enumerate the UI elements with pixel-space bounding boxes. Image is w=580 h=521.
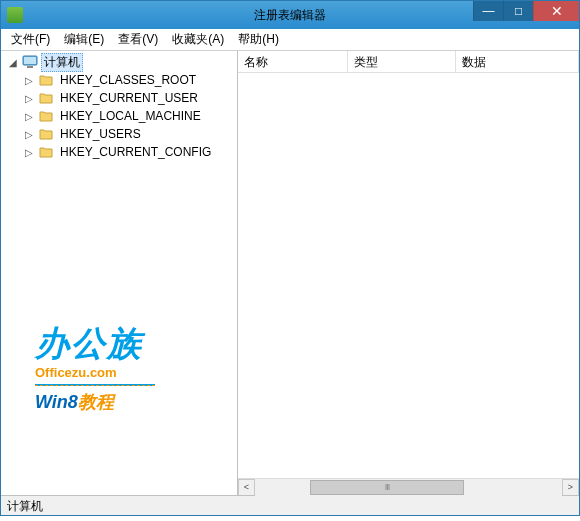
tree-node-hkcu[interactable]: ▷ HKEY_CURRENT_USER — [23, 89, 237, 107]
client-area: ◢ 计算机 ▷ HKEY_CLASSES_ROOT ▷ HK — [1, 51, 579, 495]
tree-label[interactable]: HKEY_CURRENT_USER — [57, 90, 201, 106]
minimize-button[interactable]: — — [473, 1, 503, 21]
scroll-right-button[interactable]: > — [562, 479, 579, 496]
statusbar-path: 计算机 — [7, 499, 43, 513]
watermark-line3a: Win8 — [35, 392, 78, 412]
computer-icon — [22, 55, 38, 69]
scroll-thumb[interactable]: III — [310, 480, 464, 495]
watermark: 办公族 Officezu.com Win8教程 — [35, 321, 155, 414]
horizontal-scrollbar[interactable]: < III > — [238, 478, 579, 495]
folder-icon — [38, 127, 54, 141]
svg-rect-2 — [27, 66, 33, 68]
folder-icon — [38, 145, 54, 159]
expander-icon[interactable]: ▷ — [23, 75, 35, 86]
registry-editor-window: 注册表编辑器 — □ ✕ 文件(F) 编辑(E) 查看(V) 收藏夹(A) 帮助… — [0, 0, 580, 516]
expander-icon[interactable]: ▷ — [23, 93, 35, 104]
tree-node-hkcc[interactable]: ▷ HKEY_CURRENT_CONFIG — [23, 143, 237, 161]
watermark-line1: 办公族 — [35, 321, 143, 367]
tree-label-computer[interactable]: 计算机 — [41, 53, 83, 72]
maximize-button[interactable]: □ — [503, 1, 533, 21]
app-icon — [7, 7, 23, 23]
tree-node-hkcr[interactable]: ▷ HKEY_CLASSES_ROOT — [23, 71, 237, 89]
tree-label[interactable]: HKEY_CLASSES_ROOT — [57, 72, 199, 88]
statusbar: 计算机 — [1, 495, 579, 515]
watermark-separator — [35, 384, 155, 386]
watermark-line2: Officezu.com — [35, 365, 155, 380]
list-pane: 名称 类型 数据 < III > — [238, 51, 579, 495]
menu-view[interactable]: 查看(V) — [112, 29, 164, 50]
menu-help[interactable]: 帮助(H) — [232, 29, 285, 50]
expander-icon[interactable]: ▷ — [23, 147, 35, 158]
column-header-type[interactable]: 类型 — [348, 51, 456, 72]
svg-rect-1 — [24, 57, 36, 64]
menubar: 文件(F) 编辑(E) 查看(V) 收藏夹(A) 帮助(H) — [1, 29, 579, 51]
expander-icon[interactable]: ▷ — [23, 111, 35, 122]
folder-icon — [38, 109, 54, 123]
tree-node-computer[interactable]: ◢ 计算机 — [7, 53, 237, 71]
expander-icon[interactable]: ◢ — [7, 57, 19, 68]
tree-children: ▷ HKEY_CLASSES_ROOT ▷ HKEY_CURRENT_USER … — [7, 71, 237, 161]
tree-node-hku[interactable]: ▷ HKEY_USERS — [23, 125, 237, 143]
column-header-data[interactable]: 数据 — [456, 51, 579, 72]
window-controls: — □ ✕ — [473, 1, 579, 21]
scroll-track[interactable]: III — [255, 479, 562, 496]
folder-icon — [38, 73, 54, 87]
tree-label[interactable]: HKEY_CURRENT_CONFIG — [57, 144, 214, 160]
tree-root: ◢ 计算机 ▷ HKEY_CLASSES_ROOT ▷ HK — [1, 53, 237, 161]
scroll-left-button[interactable]: < — [238, 479, 255, 496]
list-header: 名称 类型 数据 — [238, 51, 579, 73]
menu-favorites[interactable]: 收藏夹(A) — [166, 29, 230, 50]
expander-icon[interactable]: ▷ — [23, 129, 35, 140]
titlebar[interactable]: 注册表编辑器 — □ ✕ — [1, 1, 579, 29]
window-title: 注册表编辑器 — [254, 7, 326, 24]
menu-edit[interactable]: 编辑(E) — [58, 29, 110, 50]
watermark-line3b: 教程 — [78, 392, 114, 412]
folder-icon — [38, 91, 54, 105]
tree-pane[interactable]: ◢ 计算机 ▷ HKEY_CLASSES_ROOT ▷ HK — [1, 51, 238, 495]
tree-label[interactable]: HKEY_LOCAL_MACHINE — [57, 108, 204, 124]
tree-node-hklm[interactable]: ▷ HKEY_LOCAL_MACHINE — [23, 107, 237, 125]
menu-file[interactable]: 文件(F) — [5, 29, 56, 50]
list-body[interactable] — [238, 73, 579, 478]
column-header-name[interactable]: 名称 — [238, 51, 348, 72]
tree-label[interactable]: HKEY_USERS — [57, 126, 144, 142]
close-button[interactable]: ✕ — [533, 1, 579, 21]
